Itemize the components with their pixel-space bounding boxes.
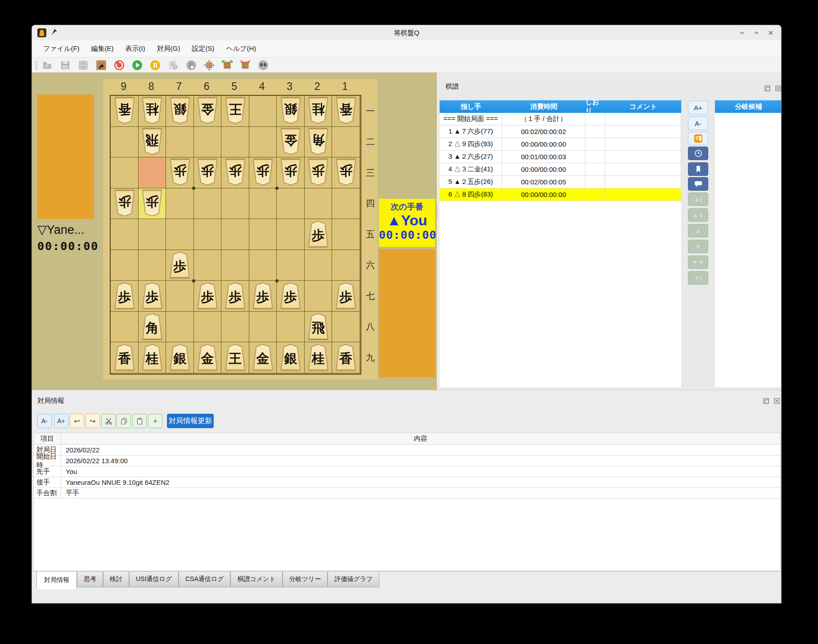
board-square[interactable] [139, 250, 166, 281]
board-square[interactable] [194, 219, 222, 250]
tab-評価値グラフ[interactable]: 評価値グラフ [328, 572, 379, 587]
menu-item-2[interactable]: 表示(I) [120, 42, 151, 56]
shogi-piece-香[interactable]: 香 [114, 98, 135, 124]
tab-検討[interactable]: 検討 [103, 572, 129, 587]
add-button[interactable]: + [148, 414, 162, 428]
mask-icon[interactable] [257, 59, 269, 71]
nav-back-button[interactable]: ▲ [688, 224, 708, 237]
shogi-piece-桂[interactable]: 桂 [307, 344, 329, 370]
kifu-comment-cell[interactable] [605, 113, 681, 125]
shogi-piece-金[interactable]: 金 [197, 98, 218, 124]
tab-棋譜コメント[interactable]: 棋譜コメント [230, 572, 282, 587]
shogi-piece-王[interactable]: 王 [225, 98, 246, 124]
kifu-move-cell[interactable]: === 開始局面 === [440, 113, 502, 125]
shogi-piece-歩[interactable]: 歩 [335, 282, 357, 309]
board-square[interactable] [277, 188, 305, 219]
board-square[interactable] [332, 312, 360, 343]
board-square[interactable] [249, 96, 277, 127]
kifu-bookmark-cell[interactable] [585, 163, 605, 176]
shogi-piece-銀[interactable]: 銀 [169, 344, 191, 370]
gote-piece-stand[interactable] [37, 94, 94, 219]
board-square[interactable] [166, 219, 194, 250]
board-square[interactable] [277, 312, 305, 343]
shogi-piece-歩[interactable]: 歩 [169, 159, 191, 185]
kifu-time-cell[interactable]: 00:00/00:00:00 [502, 138, 585, 151]
kifu-time-cell[interactable]: 00:02/00:00:05 [502, 176, 585, 188]
nav-back-10-button[interactable]: ▲▲ [688, 208, 708, 222]
shogi-piece-歩[interactable]: 歩 [114, 190, 135, 216]
board-square[interactable] [111, 312, 139, 343]
shogi-piece-歩[interactable]: 歩 [141, 190, 163, 216]
board-square[interactable] [221, 188, 249, 219]
kifu-comment-cell[interactable] [605, 176, 681, 188]
board-square[interactable] [305, 250, 333, 281]
time-display-button[interactable] [688, 147, 708, 160]
shogi-piece-歩[interactable]: 歩 [280, 159, 301, 185]
menu-item-1[interactable]: 編集(E) [85, 42, 120, 56]
font-increase-button[interactable]: A+ [688, 101, 708, 114]
nav-forward-button[interactable]: ▼ [688, 240, 708, 253]
shogi-piece-香[interactable]: 香 [335, 98, 357, 124]
close-icon[interactable] [767, 29, 775, 37]
copy-button[interactable] [117, 414, 131, 428]
board-square[interactable] [332, 250, 360, 281]
board-square[interactable] [305, 188, 333, 219]
board-square[interactable] [166, 188, 194, 219]
board-square[interactable] [111, 219, 139, 250]
bookmark-jump-button[interactable] [688, 162, 708, 176]
tab-思考[interactable]: 思考 [77, 572, 103, 587]
tab-USI通信ログ[interactable]: USI通信ログ [129, 572, 179, 587]
board-square[interactable] [111, 157, 139, 188]
board-square[interactable] [194, 127, 222, 158]
shogi-piece-香[interactable]: 香 [114, 344, 135, 370]
font-increase-button[interactable]: A+ [54, 414, 68, 428]
board-square[interactable] [111, 250, 139, 281]
shogi-piece-歩[interactable]: 歩 [252, 159, 274, 185]
paste-button[interactable] [132, 414, 147, 428]
game-log-icon[interactable] [167, 59, 179, 71]
board-square[interactable] [139, 219, 166, 250]
nav-first-button[interactable]: ▲| [688, 192, 708, 206]
menu-item-3[interactable]: 対局(G) [151, 42, 186, 56]
kifu-time-cell[interactable]: 00:00/00:00:00 [502, 163, 585, 176]
pause-icon[interactable] [149, 59, 161, 71]
board-square[interactable] [166, 312, 194, 343]
toolbar-drag-handle[interactable] [35, 61, 38, 70]
comment-button[interactable] [688, 177, 708, 191]
shogi-piece-歩[interactable]: 歩 [307, 159, 329, 185]
menu-item-4[interactable]: 設定(S) [186, 42, 220, 56]
shogi-piece-歩[interactable]: 歩 [307, 221, 329, 247]
board-edit-icon[interactable] [95, 59, 107, 71]
board-shrink-icon[interactable] [239, 59, 251, 71]
shogi-piece-歩[interactable]: 歩 [141, 282, 163, 309]
font-decrease-button[interactable]: A- [37, 414, 52, 428]
board-square[interactable] [249, 188, 277, 219]
kifu-move-cell[interactable]: 2 △９四歩(93) [440, 138, 502, 151]
font-decrease-button[interactable]: A- [688, 116, 708, 130]
board-square[interactable] [332, 127, 360, 158]
board-square[interactable] [277, 250, 305, 281]
board-square[interactable] [194, 250, 222, 281]
board-square[interactable] [221, 250, 249, 281]
new-file-icon[interactable] [41, 59, 53, 71]
record-icon[interactable] [113, 59, 125, 71]
shogi-piece-金[interactable]: 金 [252, 344, 274, 370]
board-square[interactable] [166, 281, 194, 312]
tab-CSA通信ログ[interactable]: CSA通信ログ [179, 572, 230, 587]
board-resize-icon[interactable] [203, 59, 215, 71]
shogi-piece-歩[interactable]: 歩 [225, 159, 246, 185]
board-square[interactable] [194, 312, 222, 343]
kifu-time-cell[interactable]: 00:02/00:00:02 [502, 125, 585, 138]
title-bar[interactable]: 将棋盤Q [32, 25, 781, 41]
shogi-piece-王[interactable]: 王 [225, 344, 246, 370]
board-enlarge-icon[interactable] [221, 59, 233, 71]
engine-icon[interactable] [185, 59, 197, 71]
shogi-piece-桂[interactable]: 桂 [141, 344, 163, 370]
shogi-piece-歩[interactable]: 歩 [169, 252, 191, 278]
kifu-move-cell[interactable]: 1 ▲７六歩(77) [440, 125, 502, 138]
float-panel-icon[interactable] [764, 85, 771, 92]
board-square[interactable] [221, 127, 249, 158]
float-panel-icon[interactable] [763, 398, 769, 404]
board-square[interactable] [249, 127, 277, 158]
shogi-piece-歩[interactable]: 歩 [335, 159, 357, 185]
